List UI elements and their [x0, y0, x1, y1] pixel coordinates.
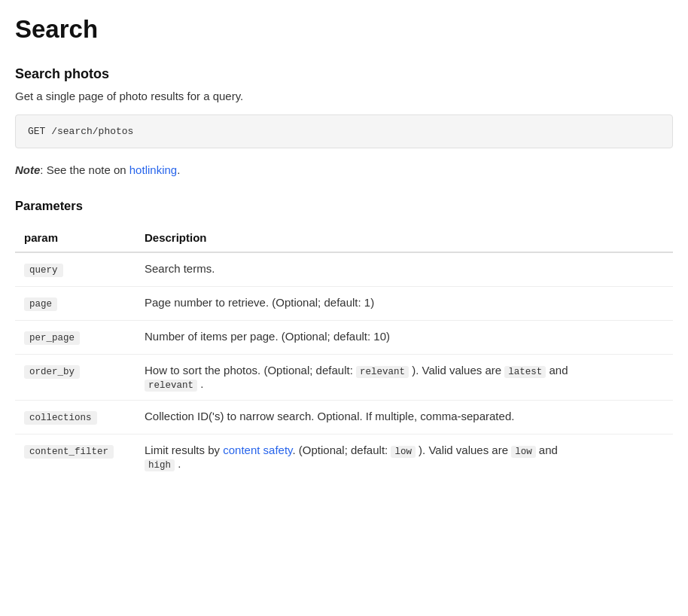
inline-code: high: [145, 459, 175, 471]
section-description: Get a single page of photo results for a…: [15, 90, 673, 102]
description-cell: Search terms.: [135, 252, 673, 287]
inline-code: relevant: [356, 366, 409, 378]
param-tag: collections: [24, 411, 97, 425]
description-cell: How to sort the photos. (Optional; defau…: [135, 355, 673, 401]
table-row: per_page Number of items per page. (Opti…: [15, 321, 673, 355]
note-suffix: .: [177, 163, 180, 176]
inline-code: relevant: [145, 380, 197, 392]
param-cell: collections: [15, 401, 135, 435]
table-header-row: param Description: [15, 224, 673, 252]
param-tag: per_page: [24, 331, 80, 345]
description-cell: Number of items per page. (Optional; def…: [135, 321, 673, 355]
page-title: Search: [15, 15, 673, 44]
content-safety-link[interactable]: content safety: [223, 444, 292, 456]
param-cell: order_by: [15, 355, 135, 401]
note-paragraph: Note: See the note on hotlinking.: [15, 163, 673, 176]
endpoint-text: GET /search/photos: [28, 126, 660, 137]
table-row: page Page number to retrieve. (Optional;…: [15, 287, 673, 321]
note-text: : See the note on: [40, 163, 129, 176]
section-title: Search photos: [15, 66, 673, 82]
table-row: order_by How to sort the photos. (Option…: [15, 355, 673, 401]
param-tag: query: [24, 264, 63, 277]
description-cell: Page number to retrieve. (Optional; defa…: [135, 287, 673, 321]
param-cell: page: [15, 287, 135, 321]
param-tag: content_filter: [24, 445, 114, 459]
table-row: collections Collection ID('s) to narrow …: [15, 401, 673, 435]
param-tag: order_by: [24, 365, 80, 379]
param-tag: page: [24, 297, 57, 311]
description-cell: Limit results by content safety. (Option…: [135, 435, 673, 480]
col-param-header: param: [15, 224, 135, 252]
parameters-heading: Parameters: [15, 199, 673, 213]
endpoint-code-block: GET /search/photos: [15, 114, 673, 148]
param-cell: per_page: [15, 321, 135, 355]
search-photos-section: Search photos Get a single page of photo…: [15, 66, 673, 480]
hotlinking-link[interactable]: hotlinking: [129, 163, 177, 176]
inline-code: low: [511, 446, 536, 458]
description-cell: Collection ID('s) to narrow search. Opti…: [135, 401, 673, 435]
param-cell: content_filter: [15, 435, 135, 480]
col-description-header: Description: [135, 224, 673, 252]
parameters-table: param Description query Search terms. pa…: [15, 224, 673, 480]
table-row: content_filter Limit results by content …: [15, 435, 673, 480]
param-cell: query: [15, 252, 135, 287]
table-row: query Search terms.: [15, 252, 673, 287]
inline-code: latest: [504, 366, 546, 378]
note-label: Note: [15, 163, 40, 176]
inline-code: low: [391, 446, 416, 458]
parameters-section: Parameters param Description query Searc…: [15, 199, 673, 480]
